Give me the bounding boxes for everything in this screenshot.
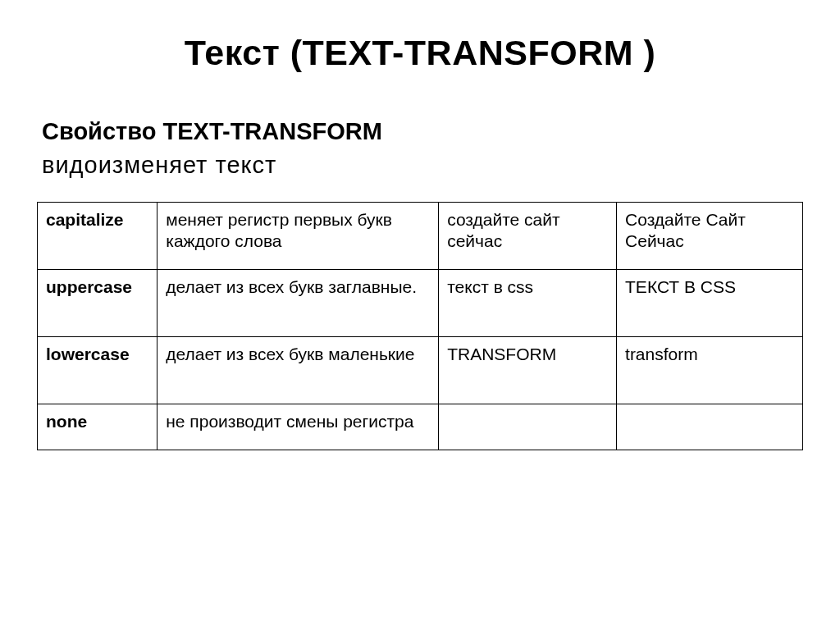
property-name: lowercase [38,337,158,404]
property-desc: не производит смены регистра [158,404,439,450]
example-output: ТЕКСТ В CSS [617,270,803,337]
property-desc: делает из всех букв заглавные. [158,270,439,337]
table-row: lowercase делает из всех букв маленькие … [38,337,803,404]
example-output: transform [617,337,803,404]
example-input: создайте сайт сейчас [439,203,617,270]
example-input: текст в css [439,270,617,337]
property-subheading: Свойство TEXT-TRANSFORM [42,118,803,145]
slide-title: Текст (TEXT-TRANSFORM ) [37,33,803,73]
property-name: capitalize [38,203,158,270]
property-description: видоизменяет текст [42,152,803,179]
table-row: none не производит смены регистра [38,404,803,450]
property-name: none [38,404,158,450]
property-desc: делает из всех букв маленькие [158,337,439,404]
example-input: TRANSFORM [439,337,617,404]
text-transform-table: capitalize меняет регистр первых букв ка… [37,202,803,450]
example-output [617,404,803,450]
property-desc: меняет регистр первых букв каждого слова [158,203,439,270]
property-name: uppercase [38,270,158,337]
table-row: capitalize меняет регистр первых букв ка… [38,203,803,270]
table-row: uppercase делает из всех букв заглавные.… [38,270,803,337]
example-input [439,404,617,450]
example-output: Создайте Сайт Сейчас [617,203,803,270]
